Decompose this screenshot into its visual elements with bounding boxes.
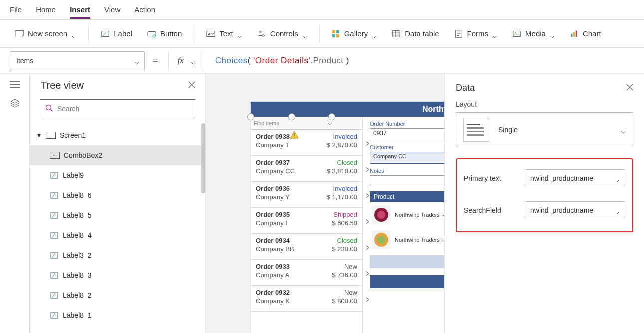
order-status: Invoiced — [333, 185, 357, 192]
order-status: Closed — [337, 237, 357, 244]
tree-node[interactable]: Label8_1 — [30, 305, 205, 325]
chevron-right-icon: › — [366, 163, 369, 176]
layout-value: Single — [498, 126, 612, 134]
menu-action[interactable]: Action — [134, 5, 155, 14]
label-button[interactable]: Label — [96, 26, 137, 41]
tree-node[interactable]: Label3_2 — [30, 245, 205, 265]
search-icon — [45, 104, 53, 114]
collapse-icon[interactable]: ▾ — [36, 131, 42, 139]
tree-node-label: ComboBox2 — [64, 151, 102, 159]
order-number: Order 0935 — [256, 211, 290, 218]
searchfield-select[interactable]: nwind_productname — [525, 201, 625, 219]
order-list-item[interactable]: Order 0933NewCompany A$ 736.00› — [251, 260, 362, 286]
order-list-item[interactable]: Order 0936InvoicedCompany Y$ 1,170.00› — [251, 182, 362, 208]
tree-node[interactable]: ⋯ComboBox2 — [30, 145, 205, 165]
menu-view[interactable]: View — [104, 5, 120, 14]
tree-view-pane: Tree view ▾ Screen1 ⋯ComboBox2Label9Labe… — [30, 74, 206, 333]
tree-node[interactable]: Label8_2 — [30, 285, 205, 305]
tree-node[interactable]: Label9 — [30, 165, 205, 185]
chart-button[interactable]: Chart — [565, 26, 606, 41]
order-company: Company Y — [256, 193, 290, 201]
property-selector[interactable]: Items — [10, 51, 145, 70]
selection-handle[interactable] — [288, 113, 295, 120]
selection-handle[interactable] — [247, 113, 254, 120]
svg-rect-9 — [332, 30, 335, 33]
order-list-item[interactable]: Order 0935ShippedCompany I$ 606.50› — [251, 208, 362, 234]
button-button[interactable]: Button — [142, 26, 187, 41]
order-list-item[interactable]: Order 0934ClosedCompany BB$ 230.00› — [251, 234, 362, 260]
media-btn-text: Media — [525, 29, 546, 38]
canvas: Northwind Ord Find items Order 0938Invoi… — [206, 74, 644, 333]
text-btn-text: Text — [219, 29, 233, 38]
formula-input[interactable]: Choices( 'Order Details'.Product ) — [210, 55, 349, 66]
tree-node-screen[interactable]: ▾ Screen1 — [30, 125, 205, 145]
svg-rect-18 — [573, 32, 575, 37]
close-icon[interactable] — [188, 81, 195, 90]
layers-icon[interactable] — [10, 98, 20, 110]
order-number: Order 0932 — [256, 289, 290, 296]
order-list-item[interactable]: Order 0932NewCompany K$ 800.00› — [251, 286, 362, 312]
tree-list: ▾ Screen1 ⋯ComboBox2Label9Label8_6Label8… — [30, 123, 205, 333]
new-screen-button[interactable]: + New screen — [10, 26, 81, 41]
order-list-item[interactable]: Order 0937ClosedCompany CC$ 3,810.00› — [251, 156, 362, 182]
chevron-down-icon[interactable] — [327, 120, 332, 126]
chevron-down-icon — [621, 127, 626, 132]
combobox-selected[interactable]: Find items — [251, 117, 362, 130]
controls-button[interactable]: Controls — [252, 26, 312, 41]
chevron-down-icon — [237, 31, 242, 36]
order-list-item[interactable]: Order 0938InvoicedCompany T$ 2,870.00›! — [251, 130, 362, 156]
separator — [194, 25, 194, 43]
screen-icon: + — [15, 29, 24, 38]
svg-point-8 — [262, 34, 264, 36]
order-amount: $ 1,170.00 — [327, 193, 357, 201]
menu-insert[interactable]: Insert — [70, 5, 90, 19]
gallery-button[interactable]: Gallery — [326, 26, 382, 41]
tree-node-label: Label8_2 — [63, 291, 92, 299]
tree-search[interactable] — [40, 99, 195, 118]
datatable-button[interactable]: Data table — [387, 26, 444, 41]
primary-text-value: nwind_productname — [530, 174, 593, 182]
menubar: File Home Insert View Action — [0, 0, 644, 20]
controls-icon — [257, 29, 266, 38]
text-button[interactable]: Abc Text — [201, 26, 247, 41]
tree-node[interactable]: Label8_4 — [30, 225, 205, 245]
menu-home[interactable]: Home — [36, 5, 56, 14]
chevron-right-icon: › — [366, 293, 369, 306]
datatable-btn-text: Data table — [405, 29, 439, 38]
scrollbar[interactable] — [201, 123, 205, 193]
svg-rect-11 — [332, 34, 335, 37]
menu-file[interactable]: File — [10, 5, 22, 14]
tree-node-label: Label8_4 — [63, 231, 92, 239]
close-icon[interactable] — [626, 83, 633, 93]
controls-btn-text: Controls — [270, 29, 298, 38]
chevron-down-icon — [302, 31, 307, 36]
label-icon — [101, 29, 110, 38]
primary-text-select[interactable]: nwind_productname — [525, 169, 625, 187]
media-button[interactable]: Media — [507, 26, 560, 41]
fx-icon[interactable]: fx — [176, 56, 186, 66]
chevron-down-icon — [71, 31, 76, 36]
find-placeholder: Find items — [254, 120, 279, 126]
order-number: Order 0936 — [256, 185, 290, 192]
tree-node-label: Label9 — [63, 171, 84, 179]
gallery-btn-text: Gallery — [344, 29, 368, 38]
selection-handle[interactable] — [328, 113, 335, 120]
order-status: Closed — [337, 159, 357, 166]
chevron-down-icon — [615, 208, 620, 213]
tree-node[interactable]: Label8_3 — [30, 265, 205, 285]
hamburger-icon[interactable] — [10, 81, 20, 89]
search-input[interactable] — [57, 105, 190, 113]
chevron-down-icon — [492, 31, 497, 36]
forms-button[interactable]: Forms — [449, 26, 503, 41]
primary-text-label: Primary text — [464, 174, 519, 182]
tree-node-label: Label8_6 — [63, 191, 92, 199]
label-icon — [50, 271, 59, 280]
chevron-down-icon[interactable] — [191, 58, 196, 63]
data-pane-title: Data — [456, 83, 475, 93]
label-icon — [50, 211, 59, 220]
tree-node[interactable]: Label8_6 — [30, 185, 205, 205]
tree-node[interactable]: Label8_5 — [30, 205, 205, 225]
formula-bar: Items = fx Choices( 'Order Details'.Prod… — [0, 48, 644, 74]
layout-selector[interactable]: Single — [456, 112, 633, 147]
order-number: Order 0933 — [256, 263, 290, 270]
